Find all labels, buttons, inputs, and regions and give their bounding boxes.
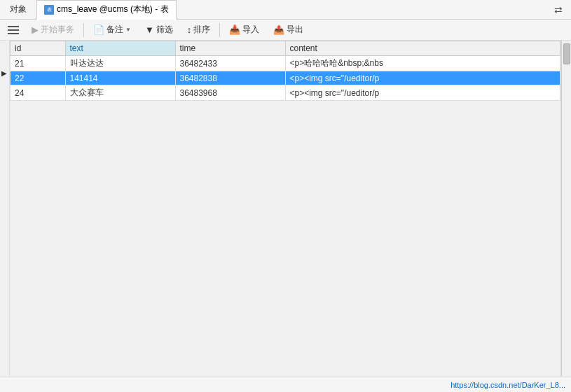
- title-bar: 对象 表 cms_leave @ucms (本地) - 表 ⇄: [0, 0, 571, 20]
- cell-content: <p><img src="/ueditor/p: [285, 71, 560, 85]
- cell-time: 36482838: [175, 71, 285, 85]
- col-header-time[interactable]: time: [175, 41, 285, 56]
- connection-icon[interactable]: ⇄: [550, 1, 567, 18]
- cell-id: 22: [11, 71, 66, 85]
- export-button[interactable]: 📤 导出: [267, 22, 310, 38]
- header-row: id text time content: [11, 41, 560, 56]
- data-table[interactable]: id text time content 21 叫达达达 36482433 <p…: [10, 41, 561, 377]
- sort-icon: ↕: [187, 24, 192, 35]
- import-icon: 📥: [229, 24, 240, 35]
- col-header-id[interactable]: id: [11, 41, 66, 56]
- table: id text time content 21 叫达达达 36482433 <p…: [10, 41, 560, 101]
- cell-time: 36483968: [175, 85, 285, 101]
- hamburger-line-1: [8, 26, 19, 27]
- notes-button[interactable]: 📄 备注 ▼: [87, 22, 137, 38]
- notes-dropdown-arrow: ▼: [125, 27, 131, 33]
- cell-text: 叫达达达: [65, 56, 175, 71]
- tab-label: cms_leave @ucms (本地) - 表: [57, 4, 169, 15]
- filter-icon: ▼: [145, 24, 154, 35]
- col-header-content[interactable]: content: [285, 41, 560, 56]
- import-button[interactable]: 📥 导入: [223, 22, 266, 38]
- title-bar-left: 对象 表 cms_leave @ucms (本地) - 表: [4, 0, 550, 20]
- hamburger-line-3: [8, 33, 19, 34]
- cell-content: <p>哈哈哈哈&nbsp;&nbs: [285, 56, 560, 71]
- table-icon: 表: [44, 5, 54, 15]
- table-header: id text time content: [11, 41, 560, 56]
- notes-icon: 📄: [93, 24, 104, 35]
- row-gutter: ▶: [0, 41, 10, 377]
- col-header-text[interactable]: text: [65, 41, 175, 56]
- object-label: 对象: [4, 4, 32, 15]
- table-row[interactable]: 21 叫达达达 36482433 <p>哈哈哈哈&nbsp;&nbs: [11, 56, 560, 71]
- cell-time: 36482433: [175, 56, 285, 71]
- export-icon: 📤: [273, 24, 284, 35]
- table-row[interactable]: 24 大众赛车 36483968 <p><img src="/ueditor/p: [11, 85, 560, 101]
- scrollbar-track[interactable]: [563, 41, 571, 377]
- cell-text: 141414: [65, 71, 175, 85]
- transaction-icon: ▶: [32, 24, 39, 35]
- status-url: https://blog.csdn.net/DarKer_L8...: [450, 381, 565, 389]
- start-transaction-button[interactable]: ▶ 开始事务: [25, 22, 81, 38]
- toolbar-separator-1: [83, 23, 84, 37]
- row-indicator-arrow: ▶: [1, 69, 7, 77]
- toolbar-separator-2: [219, 23, 220, 37]
- cell-id: 24: [11, 85, 66, 101]
- title-right: ⇄: [550, 1, 567, 18]
- table-row[interactable]: 22 141414 36482838 <p><img src="/ueditor…: [11, 71, 560, 85]
- filter-button[interactable]: ▼ 筛选: [139, 22, 179, 38]
- title-tab[interactable]: 表 cms_leave @ucms (本地) - 表: [36, 0, 177, 20]
- cell-text: 大众赛车: [65, 85, 175, 101]
- table-container: ▶ id text time content 21 叫达达达 36482433 …: [0, 41, 571, 377]
- sort-button[interactable]: ↕ 排序: [181, 22, 217, 38]
- menu-button[interactable]: [3, 22, 24, 38]
- scrollbar-thumb[interactable]: [563, 43, 570, 64]
- right-scrollbar[interactable]: [561, 41, 571, 377]
- toolbar: ▶ 开始事务 📄 备注 ▼ ▼ 筛选 ↕ 排序 📥 导入 📤 导出: [0, 20, 571, 41]
- cell-id: 21: [11, 56, 66, 71]
- status-bar: https://blog.csdn.net/DarKer_L8...: [0, 377, 571, 392]
- cell-content: <p><img src="/ueditor/p: [285, 85, 560, 101]
- table-body: 21 叫达达达 36482433 <p>哈哈哈哈&nbsp;&nbs 22 14…: [11, 56, 560, 101]
- hamburger-line-2: [8, 29, 19, 31]
